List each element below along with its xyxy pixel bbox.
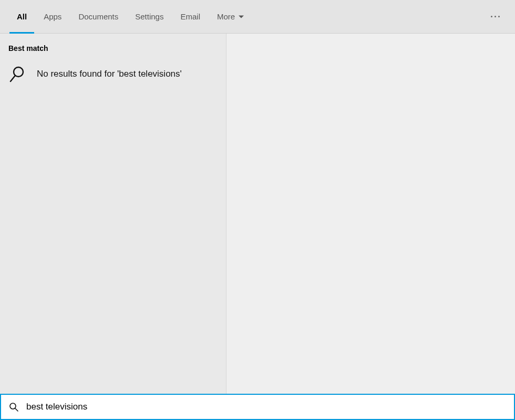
svg-line-3 <box>15 408 18 411</box>
tab-settings[interactable]: Settings <box>128 0 171 33</box>
tab-settings-label: Settings <box>135 12 163 21</box>
svg-point-2 <box>10 403 16 409</box>
ellipsis-icon <box>491 16 500 17</box>
best-match-header: Best match <box>0 41 226 59</box>
tab-email[interactable]: Email <box>173 0 208 33</box>
search-input[interactable] <box>26 402 507 412</box>
tab-documents[interactable]: Documents <box>71 0 126 33</box>
tab-more-label: More <box>217 12 235 21</box>
tab-all[interactable]: All <box>9 0 34 33</box>
svg-point-0 <box>14 67 23 77</box>
content-area: Best match No results found for 'best te… <box>0 34 515 394</box>
tab-documents-label: Documents <box>78 12 118 21</box>
search-box[interactable] <box>0 394 515 420</box>
no-results-text: No results found for 'best televisions' <box>37 69 182 79</box>
no-results-row: No results found for 'best televisions' <box>0 59 226 89</box>
search-icon <box>8 64 28 84</box>
tab-email-label: Email <box>180 12 200 21</box>
tab-more[interactable]: More <box>210 0 252 33</box>
tab-apps-label: Apps <box>44 12 61 21</box>
results-panel: Best match No results found for 'best te… <box>0 34 226 394</box>
chevron-down-icon <box>238 14 244 20</box>
tab-apps[interactable]: Apps <box>36 0 69 33</box>
filter-tabs-bar: All Apps Documents Settings Email More <box>0 0 515 34</box>
tabs-left-group: All Apps Documents Settings Email More <box>0 0 254 33</box>
svg-line-1 <box>11 76 15 81</box>
more-options-button[interactable] <box>485 6 506 27</box>
preview-panel <box>226 34 515 394</box>
tab-all-label: All <box>17 12 27 21</box>
search-icon <box>8 402 19 412</box>
